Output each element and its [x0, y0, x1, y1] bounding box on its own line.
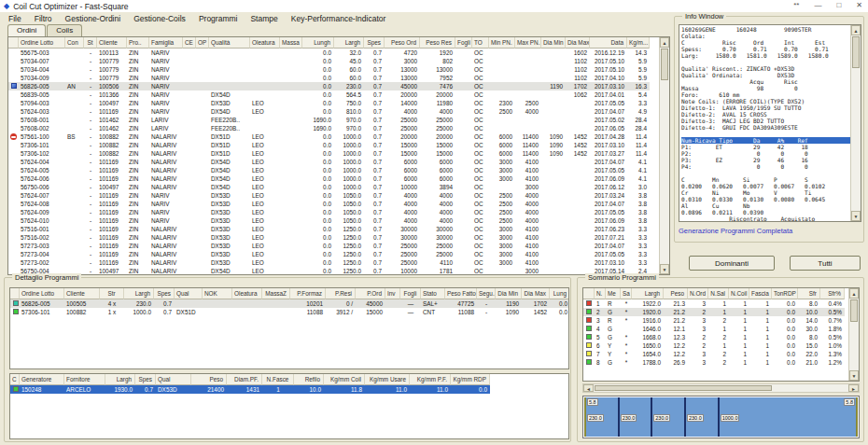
- scroll-thumb[interactable]: [850, 299, 858, 322]
- column-header[interactable]: Spes: [154, 288, 175, 299]
- column-header[interactable]: C: [10, 374, 20, 385]
- table-row[interactable]: 57306-102-100882ZINNALARIVDX51DLEO0.0100…: [8, 149, 650, 158]
- table-row[interactable]: 1R*1922.021.331110.08.00.4%: [583, 299, 845, 308]
- column-header[interactable]: Largh: [334, 37, 364, 49]
- table-row[interactable]: 57561-100BS-100882ZINNALARIVDX51DLEO0.01…: [8, 132, 650, 141]
- column-header[interactable]: Sfr%: [820, 288, 845, 299]
- table-row[interactable]: 57608-001-101462ZINLARIVFEE220B..1690.09…: [8, 116, 650, 124]
- scroll-right-icon[interactable]: ►: [848, 384, 859, 392]
- column-header[interactable]: P.Formaz: [290, 288, 326, 299]
- column-header[interactable]: Refilo: [294, 374, 324, 385]
- close-button[interactable]: ✕: [856, 1, 862, 9]
- column-header[interactable]: Dia Min: [496, 288, 522, 299]
- table-row[interactable]: 57034-004-100779ZINNARIV0.060.00.7130001…: [8, 65, 650, 74]
- column-header[interactable]: Data: [590, 37, 627, 49]
- column-header[interactable]: Peso Fatto: [445, 288, 477, 299]
- column-header[interactable]: P.Ord: [356, 288, 385, 299]
- table-row[interactable]: 5G*1668.012.322110.08.00.5%: [583, 333, 845, 341]
- summary-vertical-scrollbar[interactable]: ▲ ▼: [848, 288, 859, 381]
- scroll-up-icon[interactable]: ▲: [851, 25, 861, 35]
- scroll-down-icon[interactable]: ▼: [660, 264, 669, 274]
- column-header[interactable]: Kg/m...: [627, 37, 650, 49]
- menu-item-stampe[interactable]: Stampe: [244, 13, 284, 24]
- table-row[interactable]: 55675-003-100113ZINNARIV0.032.00.7472019…: [8, 49, 650, 57]
- scroll-thumb[interactable]: [661, 49, 668, 80]
- menu-item-file[interactable]: File: [2, 13, 28, 24]
- column-header[interactable]: Qual: [175, 288, 203, 299]
- column-header[interactable]: N.: [595, 288, 606, 299]
- column-header[interactable]: Largh: [124, 288, 154, 299]
- column-header[interactable]: Inv: [385, 288, 400, 299]
- table-row[interactable]: 56826-0051005054 x230.00.7102010 /45000—…: [10, 299, 569, 308]
- column-header[interactable]: [10, 288, 20, 299]
- table-row[interactable]: 8G*1788.026.932110.021.01.2%: [583, 358, 845, 367]
- column-header[interactable]: Qual: [156, 374, 191, 385]
- column-header[interactable]: Peso: [664, 288, 688, 299]
- column-header[interactable]: P.Resi: [326, 288, 356, 299]
- column-header[interactable]: Me: [606, 288, 621, 299]
- column-header[interactable]: Oleatura: [232, 288, 262, 299]
- scroll-left-icon[interactable]: ◄: [583, 384, 594, 392]
- column-header[interactable]: [583, 288, 595, 299]
- column-header[interactable]: Diam.PF.: [227, 374, 262, 385]
- maximize-button[interactable]: □: [836, 1, 841, 9]
- column-header[interactable]: Ordine Lotto: [19, 37, 65, 49]
- column-header[interactable]: Peso Res: [420, 37, 455, 49]
- column-header[interactable]: Stato: [421, 288, 445, 299]
- column-header[interactable]: TonRDP: [772, 288, 798, 299]
- table-row[interactable]: 57624-005-101169ZINNALARIVDX54DLEO0.0100…: [8, 166, 650, 174]
- table-row[interactable]: 56750-006-100497ZINNALARIVDX54DLEO0.0100…: [8, 183, 650, 191]
- column-header[interactable]: Spes: [135, 374, 156, 385]
- column-header[interactable]: Largh: [105, 374, 135, 385]
- orders-vertical-scrollbar[interactable]: ▲ ▼: [659, 37, 669, 274]
- column-header[interactable]: Max PN.: [515, 37, 541, 49]
- table-row[interactable]: 57608-002-101462ZINLARIVFEE220B..1690.09…: [8, 124, 650, 132]
- column-header[interactable]: Sa: [621, 288, 632, 299]
- scroll-thumb[interactable]: [595, 385, 772, 391]
- column-header[interactable]: N.Ord: [688, 288, 708, 299]
- column-header[interactable]: Str: [100, 288, 124, 299]
- column-header[interactable]: Fascia: [749, 288, 772, 299]
- dominanti-button[interactable]: Dominanti: [689, 256, 775, 271]
- table-row[interactable]: 57273-002-101169ZINNALARIVDX53DLEO0.0125…: [8, 258, 650, 267]
- column-header[interactable]: Segu..: [477, 288, 496, 299]
- scroll-thumb[interactable]: [852, 36, 860, 68]
- scroll-up-icon[interactable]: ▲: [849, 288, 859, 299]
- column-header[interactable]: OP: [196, 37, 209, 49]
- column-header[interactable]: Fornitore: [64, 374, 105, 385]
- column-header[interactable]: Peso Ord: [385, 37, 420, 49]
- column-header[interactable]: Fogli: [455, 37, 472, 49]
- scroll-down-icon[interactable]: ▼: [849, 370, 859, 381]
- column-header[interactable]: N.Fasce: [262, 374, 294, 385]
- column-header[interactable]: [8, 37, 19, 49]
- column-header[interactable]: Fogli: [400, 288, 421, 299]
- table-row[interactable]: 57624-007-101169ZINNARIVDX53DLEO0.01050.…: [8, 191, 650, 200]
- column-header[interactable]: CE: [183, 37, 196, 49]
- column-header[interactable]: Spes: [364, 37, 385, 49]
- column-header[interactable]: Largh: [632, 288, 664, 299]
- column-header[interactable]: Lung: [550, 288, 569, 299]
- table-row[interactable]: 150248ARCELO1930.00.7DX53D214001431110.0…: [10, 385, 490, 394]
- column-header[interactable]: Massa: [280, 37, 302, 49]
- table-row[interactable]: 57624-004-101169ZINNALARIVDX54DLEO0.0100…: [8, 158, 650, 166]
- info-vertical-scrollbar[interactable]: ▲ ▼: [850, 25, 861, 221]
- scroll-down-icon[interactable]: ▼: [851, 211, 861, 221]
- column-header[interactable]: Oleatura: [250, 37, 280, 49]
- column-header[interactable]: Dia Max: [522, 288, 550, 299]
- column-header[interactable]: NOK: [203, 288, 232, 299]
- table-row[interactable]: 57034-007-100779ZINNARIV0.045.00.7300080…: [8, 57, 650, 65]
- scroll-up-icon[interactable]: ▲: [660, 37, 669, 48]
- column-header[interactable]: Dia Min: [541, 37, 566, 49]
- column-header[interactable]: Sfr: [798, 288, 820, 299]
- table-row[interactable]: 56839-005-101366ZINNARIVDX54D0.0564.50.7…: [8, 90, 650, 99]
- table-row[interactable]: 57624-008-101169ZINNARIVDX53DLEO0.01050.…: [8, 200, 650, 208]
- column-header[interactable]: Kg/mm RDP: [451, 374, 490, 385]
- column-header[interactable]: Kg/mm Usare: [365, 374, 410, 385]
- menu-item-gestione-coils[interactable]: Gestione-Coils: [127, 13, 192, 24]
- column-header[interactable]: Min PN.: [489, 37, 515, 49]
- table-row[interactable]: 56826-005AN-100506ZINNARIV0.0230.00.7450…: [8, 82, 650, 90]
- table-row[interactable]: 57516-001-101169ZINNALARIVDX53DLEO0.0125…: [8, 225, 650, 233]
- table-row[interactable]: 3R*1916.021.232110.014.00.7%: [583, 316, 845, 325]
- tab-ordini[interactable]: Ordini: [7, 24, 46, 36]
- table-row[interactable]: 57034-009-100779ZINNARIV0.060.00.7130007…: [8, 74, 650, 82]
